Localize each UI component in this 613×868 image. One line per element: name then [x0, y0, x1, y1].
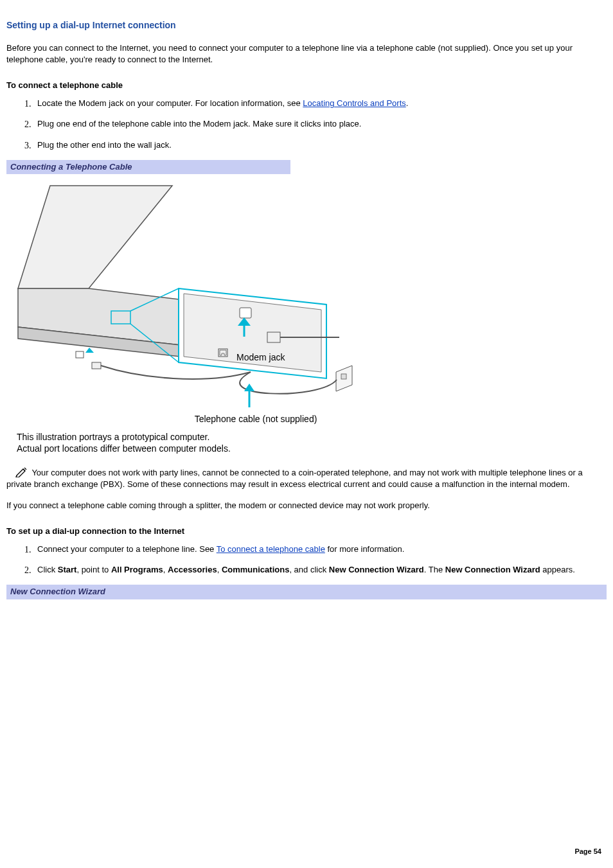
step-text-part: appears. — [540, 565, 575, 574]
svg-rect-8 — [240, 308, 251, 318]
svg-rect-14 — [341, 374, 346, 379]
link-locating-controls[interactable]: Locating Controls and Ports — [303, 98, 405, 108]
subheading-setup-dialup: To set up a dial-up connection to the In… — [6, 526, 607, 537]
step-text-part: Click — [37, 565, 58, 574]
steps-connect-cable: 1. Locate the Modem jack on your compute… — [6, 98, 607, 151]
step-number: 1. — [24, 98, 31, 111]
step-text: Plug one end of the telephone cable into… — [37, 119, 361, 128]
figure-caption-bar-wizard: New Connection Wizard — [6, 585, 607, 599]
step-number: 2. — [24, 564, 31, 577]
step-item: 3. Plug the other end into the wall jack… — [24, 139, 607, 151]
ui-label-all-programs: All Programs — [111, 565, 163, 574]
figure-telephone-cable: Modem jack Telephone cable (not supplied… — [12, 179, 607, 454]
svg-marker-0 — [18, 186, 172, 288]
svg-rect-12 — [267, 332, 280, 342]
subheading-connect-cable: To connect a telephone cable — [6, 80, 607, 91]
intro-text: Before you can connect to the Internet, … — [6, 42, 607, 66]
link-to-connect-cable[interactable]: To connect a telephone cable — [217, 544, 325, 554]
ui-label-accessories: Accessories — [168, 565, 217, 574]
step-text-part: . — [406, 98, 409, 108]
step-text-part: Connect your computer to a telephone lin… — [37, 544, 217, 554]
diagram-footnote: This illustration portrays a prototypica… — [17, 431, 607, 454]
step-number: 1. — [24, 544, 31, 556]
diagram-footnote-line: This illustration portrays a prototypica… — [17, 431, 607, 443]
laptop-illustration-svg — [12, 179, 371, 417]
pencil-note-icon — [6, 467, 30, 479]
svg-marker-19 — [244, 384, 254, 391]
diagram-footnote-line: Actual port locations differ between com… — [17, 443, 607, 454]
step-text-part: , — [163, 565, 168, 574]
ui-label-communications: Communications — [222, 565, 289, 574]
step-number: 2. — [24, 118, 31, 131]
step-text-part: , — [217, 565, 222, 574]
diagram-label-telephone-cable: Telephone cable (not supplied) — [159, 413, 352, 426]
step-text-part: Locate the Modem jack on your computer. … — [37, 98, 303, 108]
step-text-part: for more information. — [325, 544, 405, 554]
step-text-part: , point to — [76, 565, 111, 574]
diagram-laptop: Modem jack Telephone cable (not supplied… — [12, 179, 371, 417]
page: Setting up a dial-up Internet connection… — [0, 0, 613, 868]
page-title: Setting up a dial-up Internet connection — [6, 19, 607, 32]
step-text-part: . The — [424, 565, 445, 574]
ui-label-start: Start — [58, 565, 77, 574]
splitter-note: If you connect a telephone cable coming … — [6, 500, 607, 511]
page-number: Page 54 — [574, 847, 601, 856]
step-text: Plug the other end into the wall jack. — [37, 140, 172, 150]
step-item: 1. Locate the Modem jack on your compute… — [24, 98, 607, 109]
svg-rect-17 — [76, 351, 84, 358]
diagram-label-modem-jack: Modem jack — [236, 351, 285, 364]
step-text-part: , and click — [289, 565, 328, 574]
note-block: Your computer does not work with party l… — [6, 467, 607, 490]
step-number: 3. — [24, 139, 31, 152]
svg-rect-15 — [92, 362, 101, 369]
step-item: 2. Click Start, point to All Programs, A… — [24, 564, 607, 576]
steps-setup-dialup: 1. Connect your computer to a telephone … — [6, 544, 607, 576]
svg-marker-16 — [85, 348, 94, 353]
step-item: 2. Plug one end of the telephone cable i… — [24, 118, 607, 130]
ui-label-new-connection-wizard: New Connection Wizard — [329, 565, 424, 574]
step-item: 1. Connect your computer to a telephone … — [24, 544, 607, 555]
note-text: Your computer does not work with party l… — [6, 468, 583, 489]
ui-label-new-connection-wizard: New Connection Wizard — [445, 565, 540, 574]
figure-caption-bar: Connecting a Telephone Cable — [6, 160, 290, 174]
